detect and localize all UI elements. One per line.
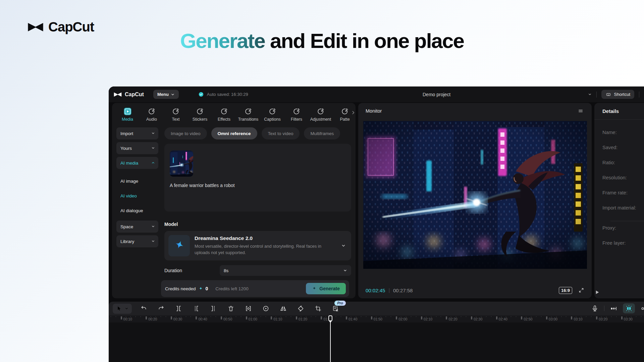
smart-script-button[interactable]: Pro xyxy=(332,305,339,312)
details-field-frame-rate: Frame rate: xyxy=(602,190,644,205)
menu-button[interactable]: Menu xyxy=(153,90,179,99)
model-description: Most versatile, director-level control a… xyxy=(195,243,336,256)
sidebar-group-ai-media[interactable]: AI media xyxy=(116,157,158,169)
undo-button[interactable] xyxy=(140,305,147,312)
cursor-icon xyxy=(116,306,122,312)
ruler-minor-tick xyxy=(451,316,451,317)
category-ring-icon xyxy=(148,107,156,116)
reference-thumbnail[interactable] xyxy=(170,150,193,177)
category-ring-icon xyxy=(244,107,253,116)
layout-icon xyxy=(577,91,583,98)
split-button[interactable] xyxy=(175,305,182,312)
ruler-minor-tick xyxy=(551,316,551,317)
ruler-minor-tick xyxy=(336,316,336,317)
select-tool-button[interactable] xyxy=(113,304,132,314)
fullscreen-button[interactable] xyxy=(578,287,584,293)
ruler-minor-tick xyxy=(376,316,376,317)
delete-button[interactable] xyxy=(227,305,234,312)
details-field-saved: Saved: xyxy=(602,145,644,160)
aspect-ratio-button[interactable]: 16:9 xyxy=(559,287,572,294)
duration-select[interactable]: 8s xyxy=(220,265,351,276)
rotate-button[interactable] xyxy=(297,305,304,312)
ruler-minor-tick xyxy=(456,316,456,317)
monitor-menu-button[interactable] xyxy=(578,108,584,114)
subtab-text-to-video[interactable]: Text to video xyxy=(262,127,300,139)
playhead[interactable] xyxy=(328,315,333,362)
divider xyxy=(604,306,604,311)
redo-button[interactable] xyxy=(158,305,165,312)
split-right-button[interactable] xyxy=(210,305,217,312)
tab-text[interactable]: Text xyxy=(164,105,188,125)
shortcut-button[interactable]: Shortcut xyxy=(601,90,634,99)
tab-effects[interactable]: Effects xyxy=(212,105,236,125)
ruler-minor-tick xyxy=(156,316,156,317)
monitor-panel: Monitor 00:02:45 | 00:27:58 16:9 xyxy=(358,103,592,298)
generate-button[interactable]: Generate xyxy=(306,283,346,294)
tab-captions[interactable]: Captions xyxy=(260,105,284,125)
ruler-minor-tick xyxy=(631,316,631,317)
ruler-minor-tick xyxy=(466,316,466,317)
chevron-down-icon xyxy=(125,307,128,310)
tab-filters[interactable]: Filters xyxy=(284,105,309,125)
auto-ripple-icon xyxy=(610,305,617,312)
ruler-minor-tick xyxy=(111,316,111,317)
ruler-minor-tick xyxy=(441,316,441,317)
timeline-tracks[interactable] xyxy=(109,322,644,362)
ruler-minor-tick xyxy=(476,316,476,317)
ruler-minor-tick xyxy=(231,316,231,317)
sidebar-group-space[interactable]: Space xyxy=(116,221,158,233)
ruler-minor-tick xyxy=(386,316,386,317)
ruler-minor-tick xyxy=(166,316,166,317)
layout-switch-button[interactable] xyxy=(577,91,583,98)
sidebar-group-library[interactable]: Library xyxy=(116,235,158,247)
mirror-button[interactable] xyxy=(280,305,287,312)
subtab-omni-reference[interactable]: Omni reference xyxy=(211,127,257,139)
ruler-minor-tick xyxy=(136,316,136,317)
crop-button[interactable] xyxy=(315,305,322,312)
model-selector[interactable]: Dreamina Seedance 2.0 Most versatile, di… xyxy=(164,231,351,260)
monitor-footer: 00:02:45 | 00:27:58 16:9 xyxy=(358,282,592,298)
panel-collapse-handle[interactable] xyxy=(594,290,600,295)
microphone-button[interactable] xyxy=(591,305,598,312)
microphone-icon xyxy=(591,305,598,312)
tab-media[interactable]: Media xyxy=(115,105,140,125)
tab-adjustment[interactable]: Adjustment xyxy=(309,105,333,125)
app-logo: CapCut xyxy=(113,92,144,98)
duration-label: Duration xyxy=(164,268,220,273)
sidebar-item-ai-dialogue[interactable]: AI dialogue xyxy=(116,206,158,215)
sidebar-item-ai-video[interactable]: AI video xyxy=(116,191,158,200)
sidebar-group-import[interactable]: Import xyxy=(116,127,158,139)
crop-icon xyxy=(315,305,322,312)
auto-ripple-button[interactable] xyxy=(610,305,617,312)
split-left-button[interactable] xyxy=(193,305,200,312)
layout-dropdown-chevron[interactable] xyxy=(588,93,592,96)
smart-script-icon xyxy=(332,305,339,312)
timeline-ruler[interactable]: 00:0000:1000:2000:3000:4000:5001:0001:10… xyxy=(109,315,644,322)
sidebar-item-ai-image[interactable]: AI image xyxy=(116,176,158,186)
ruler-minor-tick xyxy=(506,316,506,317)
chevron-right-icon xyxy=(351,110,356,115)
ruler-minor-tick xyxy=(626,316,627,317)
ruler-minor-tick xyxy=(286,316,286,317)
playhead-line xyxy=(330,321,331,362)
playhead-handle[interactable] xyxy=(328,315,332,321)
ruler-minor-tick xyxy=(366,316,366,317)
tab-audio[interactable]: Audio xyxy=(140,105,164,125)
mask-button[interactable] xyxy=(245,305,252,312)
ruler-minor-tick xyxy=(281,316,281,317)
ruler-minor-tick xyxy=(186,316,186,317)
ruler-minor-tick xyxy=(291,316,291,317)
tab-transitions[interactable]: Transitions xyxy=(236,105,260,125)
subtab-multiframes[interactable]: Multiframes xyxy=(304,127,340,139)
monitor-title: Monitor xyxy=(366,108,382,114)
snapping-button[interactable] xyxy=(623,303,635,313)
tab-stickers[interactable]: Stickers xyxy=(188,105,212,125)
category-ring-icon xyxy=(341,107,349,116)
tabs-overflow-chevron[interactable] xyxy=(351,110,356,116)
subtab-image-to-video[interactable]: Image to video xyxy=(164,127,207,139)
track-partial-button[interactable] xyxy=(641,305,644,312)
speed-button[interactable] xyxy=(262,305,269,312)
video-preview[interactable] xyxy=(363,121,587,269)
sidebar-group-yours[interactable]: Yours xyxy=(116,142,158,154)
page-title: Generate and Edit in one place xyxy=(0,29,644,53)
